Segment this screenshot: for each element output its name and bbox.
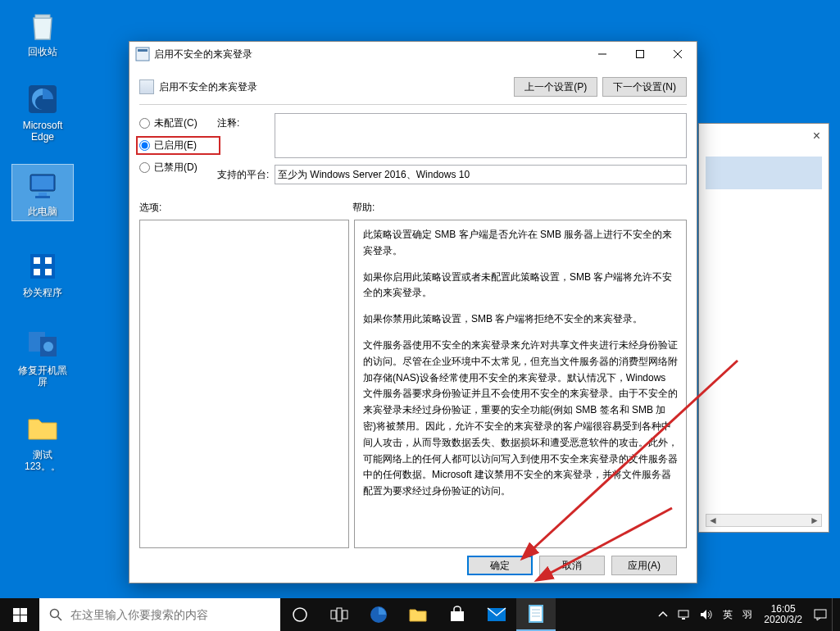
help-panel: 此策略设置确定 SMB 客户端是否允许在 SMB 服务器上进行不安全的来宾登录。… xyxy=(354,220,687,548)
scroll-left-icon[interactable]: ◄ xyxy=(706,515,720,526)
desktop-icon-this-pc[interactable]: 此电脑 xyxy=(11,164,74,221)
scroll-right-icon[interactable]: ► xyxy=(808,515,821,526)
cancel-button[interactable]: 取消 xyxy=(539,556,605,575)
svg-rect-36 xyxy=(530,606,542,621)
svg-line-27 xyxy=(58,617,62,621)
dialog-titlebar[interactable]: 启用不安全的来宾登录 xyxy=(129,42,697,66)
svg-rect-23 xyxy=(20,608,27,615)
divider xyxy=(139,104,687,105)
svg-rect-25 xyxy=(20,615,27,622)
svg-rect-0 xyxy=(35,15,50,18)
recycle-bin-icon xyxy=(25,8,60,43)
svg-rect-3 xyxy=(32,176,53,189)
this-pc-icon xyxy=(25,168,60,202)
svg-rect-4 xyxy=(39,193,47,196)
svg-rect-22 xyxy=(13,608,20,615)
desktop-icon-label: 此电脑 xyxy=(28,206,57,217)
page-icon xyxy=(139,79,154,94)
dialog-icon xyxy=(136,48,149,61)
close-icon[interactable]: × xyxy=(813,129,820,143)
desktop-icon-edge[interactable]: Microsoft Edge xyxy=(11,79,74,146)
options-label: 选项: xyxy=(139,201,352,215)
help-label: 帮助: xyxy=(352,201,375,215)
platform-field xyxy=(275,165,687,184)
desktop-icon-label: 回收站 xyxy=(28,46,57,57)
tray-ime-method[interactable]: 羽 xyxy=(738,598,757,631)
show-desktop-button[interactable] xyxy=(832,598,837,631)
svg-rect-29 xyxy=(331,611,336,619)
svg-point-13 xyxy=(43,342,53,352)
taskbar-notepad[interactable] xyxy=(516,598,556,631)
radio-enabled[interactable]: 已启用(E) xyxy=(139,138,217,152)
desktop-icon-folder[interactable]: 测试123。。 xyxy=(11,408,74,475)
tray-clock[interactable]: 16:05 2020/3/2 xyxy=(757,598,809,631)
dialog-title: 启用不安全的来宾登录 xyxy=(154,48,583,61)
desktop-icon-label: 修复开机黑屏 xyxy=(15,365,70,388)
taskbar-edge[interactable] xyxy=(359,598,398,631)
app-icon xyxy=(25,327,60,361)
desktop-icon-label: 测试123。。 xyxy=(15,449,70,472)
tray-ime-lang[interactable]: 英 xyxy=(718,598,738,631)
maximize-button[interactable] xyxy=(621,42,659,66)
svg-rect-10 xyxy=(45,269,52,275)
options-panel xyxy=(139,220,349,548)
policy-dialog: 启用不安全的来宾登录 启用不安全的来宾登录 上一个设置(P) 下一个设置(N) … xyxy=(129,41,697,583)
tray-volume-icon[interactable] xyxy=(695,598,718,631)
desktop-icon-fix-boot[interactable]: 修复开机黑屏 xyxy=(11,324,74,391)
radio-not-configured[interactable]: 未配置(C) xyxy=(139,116,217,130)
svg-rect-8 xyxy=(45,257,52,264)
taskbar-mail[interactable] xyxy=(477,598,516,631)
background-window: × ◄ ► xyxy=(698,123,829,533)
search-box[interactable] xyxy=(39,598,280,631)
radio-disabled[interactable]: 已禁用(D) xyxy=(139,161,217,175)
svg-rect-31 xyxy=(343,611,347,619)
comment-textarea[interactable] xyxy=(275,113,687,158)
taskbar-explorer[interactable] xyxy=(398,598,438,631)
svg-rect-24 xyxy=(13,615,20,622)
folder-icon xyxy=(25,411,60,446)
edge-icon xyxy=(25,82,60,116)
next-setting-button[interactable]: 下一个设置(N) xyxy=(602,77,687,97)
svg-rect-40 xyxy=(679,611,688,617)
task-view-button[interactable] xyxy=(320,598,359,631)
svg-rect-7 xyxy=(34,257,40,264)
prev-setting-button[interactable]: 上一个设置(P) xyxy=(514,77,597,97)
svg-rect-42 xyxy=(815,610,826,618)
svg-rect-33 xyxy=(451,611,464,621)
svg-point-26 xyxy=(51,610,59,618)
scrollbar[interactable]: ◄ ► xyxy=(706,514,822,527)
svg-rect-15 xyxy=(138,49,148,52)
ok-button[interactable]: 确定 xyxy=(467,556,533,575)
platform-label: 支持的平台: xyxy=(217,165,275,182)
svg-rect-5 xyxy=(35,196,50,198)
app-icon xyxy=(25,249,60,284)
close-button[interactable] xyxy=(659,42,697,66)
start-button[interactable] xyxy=(0,598,39,631)
tray-chevron-icon[interactable] xyxy=(654,598,672,631)
minimize-button[interactable] xyxy=(583,42,621,66)
svg-rect-9 xyxy=(34,269,40,275)
bg-content xyxy=(706,157,822,189)
svg-rect-30 xyxy=(337,608,342,621)
svg-point-28 xyxy=(293,608,306,621)
apply-button[interactable]: 应用(A) xyxy=(611,556,677,575)
search-icon xyxy=(49,608,62,621)
desktop-icon-recycle-bin[interactable]: 回收站 xyxy=(11,5,74,61)
tray-notifications-icon[interactable] xyxy=(809,598,832,631)
system-tray: 英 羽 16:05 2020/3/2 xyxy=(654,598,840,631)
taskbar: 英 羽 16:05 2020/3/2 xyxy=(0,598,840,631)
page-title: 启用不安全的来宾登录 xyxy=(159,80,509,94)
tray-network-icon[interactable] xyxy=(672,598,695,631)
cortana-button[interactable] xyxy=(280,598,320,631)
desktop-icon-label: 秒关程序 xyxy=(23,287,62,298)
desktop-icon-label: Microsoft Edge xyxy=(15,120,70,143)
desktop-icon-sec-app[interactable]: 秒关程序 xyxy=(11,246,74,302)
search-input[interactable] xyxy=(70,608,280,621)
taskbar-store[interactable] xyxy=(438,598,477,631)
svg-rect-17 xyxy=(637,51,644,58)
comment-label: 注释: xyxy=(217,113,275,130)
